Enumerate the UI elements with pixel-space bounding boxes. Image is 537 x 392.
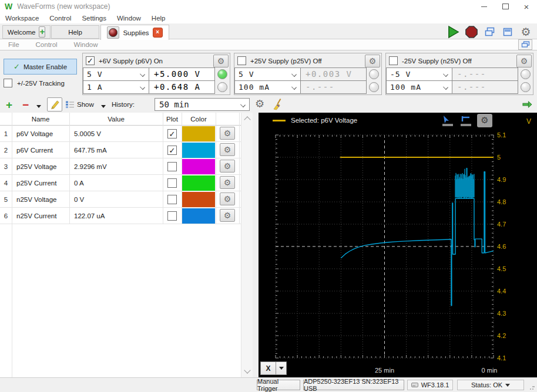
supply-readout: -.--- — [452, 67, 518, 81]
device-button[interactable]: ADP5250-323EF13 SN:323EF13 USB — [303, 380, 404, 390]
row-index: 2 — [0, 142, 12, 158]
table-scrollbar[interactable] — [241, 113, 253, 377]
supply-settings-button[interactable]: ⚙ — [516, 55, 532, 67]
instrument-menu-item-window[interactable]: Window — [66, 41, 106, 48]
channel-settings-button[interactable]: ⚙ — [220, 209, 235, 222]
tracking-checkbox[interactable] — [4, 79, 12, 87]
status-dropdown[interactable]: Status: OK — [457, 380, 524, 390]
scroll-up-icon[interactable] — [244, 116, 250, 123]
supply-setting-select[interactable]: 100 mA — [234, 80, 301, 94]
channel-settings-button[interactable]: ⚙ — [220, 143, 235, 156]
tab-help[interactable]: Help — [51, 25, 99, 39]
channel-value: 122.07 uA — [74, 208, 105, 224]
green-arrow-right-icon — [522, 101, 532, 108]
col-header-plot: Plot — [163, 113, 182, 126]
menu-item-window[interactable]: Window — [112, 15, 146, 22]
cascade-windows-button[interactable] — [482, 25, 497, 39]
channel-color-swatch[interactable] — [182, 192, 215, 207]
hold-cursor-button[interactable] — [459, 114, 473, 127]
manual-trigger-button[interactable]: Manual Trigger — [257, 380, 300, 390]
channel-color-swatch[interactable] — [182, 208, 215, 224]
edit-button[interactable] — [47, 97, 62, 111]
channel-color-swatch[interactable] — [182, 126, 215, 141]
float-window-button[interactable] — [518, 39, 532, 50]
supply-settings-button[interactable]: ⚙ — [365, 55, 380, 67]
plot-checkbox[interactable]: ✓ — [167, 146, 177, 155]
pencil-icon — [50, 100, 60, 110]
channel-settings-button[interactable]: ⚙ — [220, 192, 235, 205]
history-plot[interactable]: 5.154.94.84.74.64.54.44.34.24.1 — [259, 113, 537, 377]
stop-icon — [465, 25, 478, 39]
show-options-caret-icon[interactable] — [101, 105, 106, 108]
version-panel: WF3.18.1 — [407, 380, 453, 390]
x-axis-selector[interactable]: X — [260, 361, 287, 375]
tile-windows-button[interactable] — [500, 25, 515, 39]
supply-setting-select[interactable]: 5 V — [83, 67, 149, 81]
x-axis-button[interactable]: X — [260, 361, 276, 375]
remove-options-caret-icon[interactable] — [36, 105, 41, 108]
resize-grip[interactable] — [529, 384, 535, 390]
main-menubar: WorkspaceControlSettingsWindowHelp — [0, 13, 537, 23]
supplies-status-led-button — [107, 26, 119, 39]
history-select[interactable]: 50 min — [155, 98, 250, 111]
supply-setting-select[interactable]: -5 V — [386, 67, 452, 81]
supply-enable-checkbox[interactable] — [237, 56, 246, 65]
supply-led-indicator — [369, 82, 379, 92]
menu-item-help[interactable]: Help — [146, 15, 171, 22]
plot-checkbox[interactable] — [167, 211, 177, 221]
supply-led-indicator — [521, 69, 531, 79]
close-button[interactable]: × — [516, 0, 537, 13]
maximize-button[interactable] — [495, 0, 516, 13]
plot-options-button[interactable]: ⚙ — [477, 114, 492, 127]
instrument-menu-item-file[interactable]: File — [0, 41, 28, 48]
channel-name: p6V Voltage — [16, 126, 53, 142]
supply-setting-select[interactable]: 100 mA — [386, 80, 452, 94]
remove-channel-button[interactable]: − — [22, 99, 29, 111]
menu-item-control[interactable]: Control — [44, 15, 76, 22]
supply-settings-button[interactable]: ⚙ — [213, 55, 229, 67]
plot-checkbox[interactable] — [167, 195, 177, 204]
plot-checkbox[interactable]: ✓ — [167, 129, 177, 138]
add-instrument-button[interactable]: + — [39, 26, 45, 38]
minimize-button[interactable] — [474, 0, 495, 13]
channel-settings-button[interactable]: ⚙ — [220, 176, 235, 189]
tab-supplies[interactable]: Supplies × — [100, 25, 169, 40]
panel-splitter[interactable] — [253, 113, 259, 377]
waveforms-logo-icon: W — [5, 2, 12, 11]
options-button[interactable]: ⚙ — [518, 25, 533, 39]
tab-welcome[interactable]: Welcome + — [2, 25, 51, 39]
channel-color-swatch[interactable] — [182, 175, 215, 191]
channel-settings-button[interactable]: ⚙ — [220, 160, 235, 173]
channel-settings-button[interactable]: ⚙ — [220, 127, 235, 140]
x-axis-caret-button[interactable] — [276, 361, 287, 375]
menu-item-workspace[interactable]: Workspace — [0, 15, 44, 22]
channel-color-swatch[interactable] — [182, 159, 215, 174]
plot-checkbox[interactable] — [167, 178, 177, 188]
supply-enable-checkbox[interactable]: ✓ — [86, 56, 95, 65]
scroll-down-icon[interactable] — [244, 367, 250, 373]
gear-icon: ⚙ — [224, 195, 231, 203]
supply-controls: ✓ Master Enable +/-25V Tracking ✓+6V Sup… — [0, 51, 537, 96]
supply-setting-select[interactable]: 1 A — [83, 80, 149, 94]
show-button[interactable]: Show — [66, 98, 94, 111]
supply-led-indicator — [217, 82, 227, 92]
channel-name: p25V Current — [16, 175, 56, 191]
supply-readout: -.--- — [452, 80, 518, 94]
stop-button[interactable] — [464, 25, 479, 39]
add-channel-button[interactable]: + — [6, 99, 12, 111]
clear-history-button[interactable] — [272, 98, 284, 111]
col-header-name: Name — [12, 113, 69, 126]
channel-color-swatch[interactable] — [182, 143, 215, 158]
menu-item-settings[interactable]: Settings — [76, 15, 112, 22]
history-label: History: — [112, 101, 135, 108]
supply-setting-select[interactable]: 5 V — [234, 67, 301, 81]
run-button[interactable] — [445, 25, 461, 39]
supply-enable-checkbox[interactable] — [389, 56, 398, 65]
export-button[interactable] — [522, 101, 532, 109]
pointer-mode-button[interactable] — [441, 114, 455, 127]
master-enable-button[interactable]: ✓ Master Enable — [4, 59, 77, 75]
tab-close-icon[interactable]: × — [153, 28, 163, 38]
plot-checkbox[interactable] — [167, 162, 177, 171]
plot-settings-button[interactable]: ⚙ — [255, 99, 264, 109]
instrument-menu-item-control[interactable]: Control — [28, 41, 66, 48]
